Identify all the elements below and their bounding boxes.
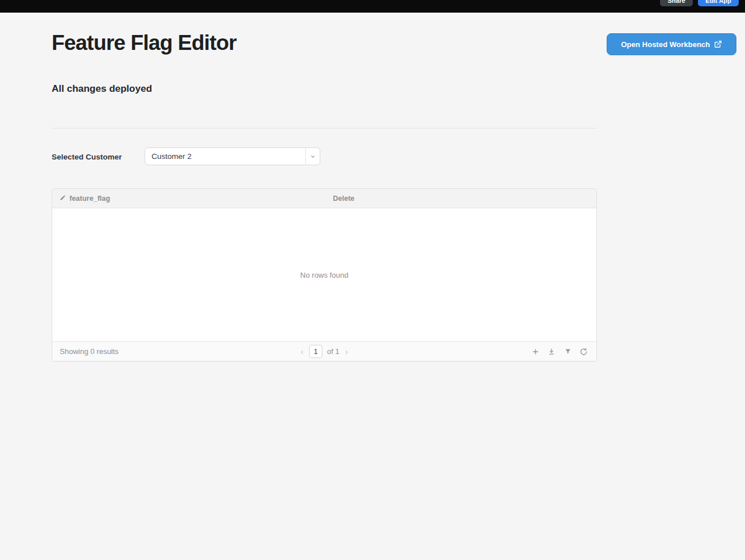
external-link-icon — [714, 40, 722, 48]
page-input[interactable] — [309, 345, 323, 358]
feature-flag-table: feature_flag Delete No rows found Showin… — [52, 188, 597, 361]
download-button[interactable] — [545, 345, 558, 358]
table-header-row: feature_flag Delete — [52, 189, 596, 208]
pagination: ‹ of 1 › — [300, 345, 350, 358]
status-message: All changes deployed — [52, 83, 152, 95]
results-count: Showing 0 results — [52, 347, 119, 356]
column-header-delete[interactable]: Delete — [333, 195, 355, 203]
refresh-icon — [580, 348, 588, 356]
column-header-label: Delete — [333, 195, 355, 203]
open-hosted-workbench-button[interactable]: Open Hosted Workbench — [607, 33, 736, 55]
divider — [52, 128, 597, 129]
customer-select[interactable]: Customer 2 — [145, 147, 320, 165]
empty-state-message: No rows found — [300, 271, 348, 279]
page-title: Feature Flag Editor — [52, 31, 236, 55]
download-icon — [548, 348, 556, 356]
share-button[interactable]: Share — [660, 0, 693, 6]
table-body: No rows found — [52, 208, 596, 341]
next-page-button[interactable]: › — [344, 346, 349, 357]
customer-select-value: Customer 2 — [145, 152, 305, 161]
chevron-down-icon — [305, 148, 320, 165]
table-toolbar — [529, 345, 590, 358]
pencil-edit-icon — [60, 195, 66, 203]
add-row-button[interactable] — [529, 345, 542, 358]
column-header-feature-flag[interactable]: feature_flag — [52, 195, 110, 203]
refresh-button[interactable] — [577, 345, 590, 358]
edit-app-button[interactable]: Edit App — [698, 0, 739, 6]
table-footer: Showing 0 results ‹ of 1 › — [52, 341, 596, 361]
filter-icon — [564, 348, 572, 355]
add-icon — [531, 348, 540, 356]
topbar: Share Edit App — [0, 0, 745, 13]
prev-page-button[interactable]: ‹ — [300, 346, 305, 357]
filter-button[interactable] — [561, 345, 574, 358]
selected-customer-label: Selected Customer — [52, 153, 122, 161]
workbench-button-label: Open Hosted Workbench — [621, 40, 710, 49]
column-header-label: feature_flag — [69, 195, 110, 203]
page-count: of 1 — [327, 347, 340, 356]
